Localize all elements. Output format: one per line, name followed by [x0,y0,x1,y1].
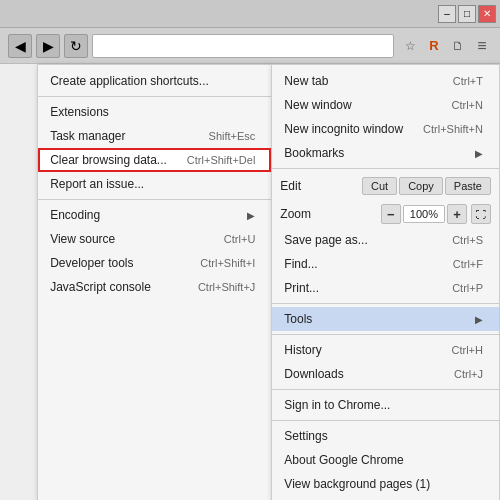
page-icon[interactable]: 🗋 [448,36,468,56]
menu-item-new-tab[interactable]: New tab Ctrl+T [272,69,499,93]
refresh-button[interactable]: ↻ [64,34,88,58]
separator [38,199,271,200]
minimize-button[interactable]: – [438,5,456,23]
menu-item-edit: Edit Cut Copy Paste [272,172,499,200]
menu-item-new-window[interactable]: New window Ctrl+N [272,93,499,117]
tools-submenu: Create application shortcuts... Extensio… [37,64,271,500]
menu-item-print[interactable]: Print... Ctrl+P [272,276,499,300]
menu-item-extensions[interactable]: Extensions [38,100,271,124]
menu-item-signin[interactable]: Sign in to Chrome... [272,393,499,417]
menu-item-bookmarks[interactable]: Bookmarks ▶ [272,141,499,165]
menu-item-view-source[interactable]: View source Ctrl+U [38,227,271,251]
menu-item-tools[interactable]: Tools ▶ [272,307,499,331]
menu-item-zoom: Zoom − 100% + ⛶ [272,200,499,228]
browser-window: – □ ✕ ◀ ▶ ↻ ☆ R 🗋 ≡ Create application s… [0,0,500,500]
menu-item-background-pages[interactable]: View background pages (1) [272,472,499,496]
menu-item-history[interactable]: History Ctrl+H [272,338,499,362]
paste-button[interactable]: Paste [445,177,491,195]
cut-button[interactable]: Cut [362,177,397,195]
address-bar[interactable] [92,34,394,58]
separator [272,420,499,421]
menu-item-settings[interactable]: Settings [272,424,499,448]
separator [272,389,499,390]
zoom-fullscreen-button[interactable]: ⛶ [471,204,491,224]
close-button[interactable]: ✕ [478,5,496,23]
copy-button[interactable]: Copy [399,177,443,195]
back-button[interactable]: ◀ [8,34,32,58]
menu-item-javascript-console[interactable]: JavaScript console Ctrl+Shift+J [38,275,271,299]
separator [38,96,271,97]
menu-item-find[interactable]: Find... Ctrl+F [272,252,499,276]
menu-icon[interactable]: ≡ [472,36,492,56]
menu-item-new-incognito[interactable]: New incognito window Ctrl+Shift+N [272,117,499,141]
menu-item-downloads[interactable]: Downloads Ctrl+J [272,362,499,386]
maximize-button[interactable]: □ [458,5,476,23]
main-menu: New tab Ctrl+T New window Ctrl+N New inc… [271,64,500,500]
menu-item-clear-browsing[interactable]: Clear browsing data... Ctrl+Shift+Del [38,148,271,172]
zoom-minus-button[interactable]: − [381,204,401,224]
menu-item-save-page[interactable]: Save page as... Ctrl+S [272,228,499,252]
menu-item-task-manager[interactable]: Task manager Shift+Esc [38,124,271,148]
zoom-value: 100% [403,205,445,223]
edit-buttons: Cut Copy Paste [362,177,491,195]
separator [272,334,499,335]
menu-item-report-issue[interactable]: Report an issue... [38,172,271,196]
forward-button[interactable]: ▶ [36,34,60,58]
menu-item-about[interactable]: About Google Chrome [272,448,499,472]
star-icon[interactable]: ☆ [400,36,420,56]
nav-bar: ◀ ▶ ↻ ☆ R 🗋 ≡ [0,28,500,64]
menu-container: Create application shortcuts... Extensio… [37,64,500,500]
separator [272,303,499,304]
zoom-controls: − 100% + ⛶ [381,204,491,224]
menu-item-help[interactable]: Help [272,496,499,500]
menu-item-create-shortcuts[interactable]: Create application shortcuts... [38,69,271,93]
separator [272,168,499,169]
toolbar-icons: ☆ R 🗋 ≡ [400,36,492,56]
zoom-plus-button[interactable]: + [447,204,467,224]
menu-item-encoding[interactable]: Encoding ▶ [38,203,271,227]
rss-icon[interactable]: R [424,36,444,56]
menu-item-developer-tools[interactable]: Developer tools Ctrl+Shift+I [38,251,271,275]
title-bar: – □ ✕ [0,0,500,28]
